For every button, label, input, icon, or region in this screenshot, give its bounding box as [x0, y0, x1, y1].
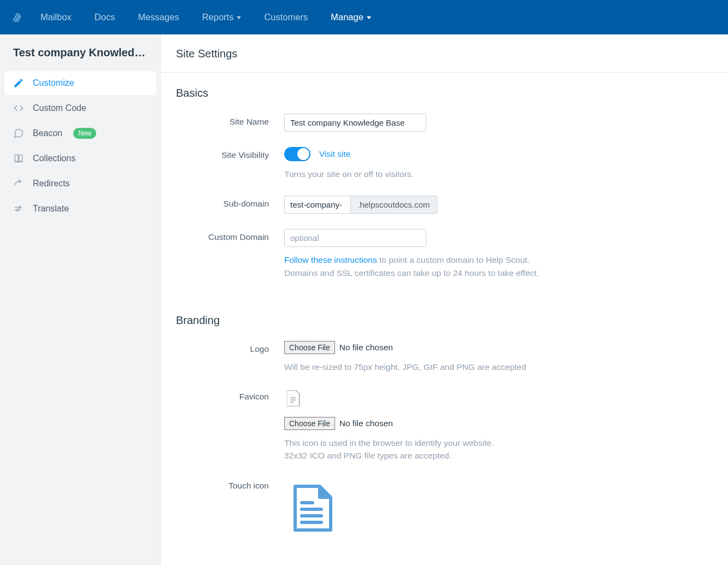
- nav-label: Mailbox: [40, 12, 72, 22]
- nav-messages[interactable]: Messages: [138, 12, 179, 22]
- visibility-label: Site Visibility: [176, 147, 284, 180]
- sidebar-item-beacon[interactable]: Beacon New: [4, 121, 156, 145]
- favicon-label: Favicon: [176, 389, 284, 462]
- favicon-file-status: No file chosen: [339, 419, 393, 428]
- favicon-help: This icon is used in the browser to iden…: [284, 437, 557, 462]
- logo-label: Logo: [176, 341, 284, 373]
- logo-help: Will be re-sized to 75px height. JPG, GI…: [284, 361, 557, 373]
- help-text-part: This icon is used in the browser to iden…: [284, 438, 494, 448]
- section-heading: Branding: [176, 314, 713, 327]
- subdomain-input[interactable]: [284, 196, 351, 214]
- content-area: Site Settings Basics Site Name Site Visi…: [160, 34, 728, 565]
- sidebar-item-label: Redirects: [33, 179, 70, 189]
- subdomain-label: Sub-domain: [176, 196, 284, 214]
- pencil-icon: [13, 78, 24, 89]
- sidebar-item-redirects[interactable]: Redirects: [4, 172, 156, 196]
- content-header: Site Settings: [161, 34, 728, 73]
- nav-customers[interactable]: Customers: [264, 12, 308, 22]
- code-icon: [13, 103, 24, 114]
- help-text-part: 32x32 ICO and PNG file types are accepte…: [284, 451, 451, 460]
- help-text-part: Domains and SSL certificates can take up…: [284, 268, 539, 278]
- nav-label: Customers: [264, 12, 308, 22]
- sidebar-item-translate[interactable]: Translate: [4, 197, 156, 221]
- book-icon: [13, 153, 24, 164]
- visibility-help: Turns your site on or off to visitors.: [284, 168, 557, 180]
- logo-file-status: No file chosen: [339, 343, 393, 352]
- translate-icon: [13, 203, 24, 214]
- nav-label: Docs: [95, 12, 115, 22]
- custom-domain-input[interactable]: [284, 229, 426, 247]
- instructions-link[interactable]: Follow these instructions: [284, 255, 377, 264]
- touch-icon-label: Touch icon: [176, 478, 284, 535]
- nav-label: Reports: [202, 12, 234, 22]
- custom-domain-label: Custom Domain: [176, 229, 284, 279]
- top-navigation: Mailbox Docs Messages Reports Customers …: [0, 0, 728, 34]
- sidebar-item-label: Customize: [33, 78, 74, 88]
- sidebar-item-label: Translate: [33, 204, 69, 214]
- favicon-placeholder-icon: [284, 389, 304, 408]
- sidebar: Test company Knowled… Customize Custom C…: [0, 34, 160, 565]
- helpscout-logo-icon[interactable]: [11, 11, 24, 24]
- sidebar-item-label: Beacon: [33, 128, 62, 138]
- site-name-label: Site Name: [176, 114, 284, 132]
- sidebar-title: Test company Knowled…: [0, 46, 160, 71]
- visibility-toggle[interactable]: [284, 147, 310, 161]
- page-title: Site Settings: [176, 48, 713, 60]
- custom-domain-help: Follow these instructions to point a cus…: [284, 254, 557, 279]
- nav-docs[interactable]: Docs: [95, 12, 115, 22]
- section-heading: Basics: [176, 87, 713, 99]
- site-name-input[interactable]: [284, 114, 426, 132]
- nav-manage[interactable]: Manage: [331, 12, 371, 22]
- subdomain-suffix: .helpscoutdocs.com: [351, 196, 437, 214]
- redirect-icon: [13, 178, 24, 189]
- sidebar-item-label: Custom Code: [33, 103, 86, 113]
- sidebar-item-collections[interactable]: Collections: [4, 146, 156, 170]
- nav-mailbox[interactable]: Mailbox: [40, 12, 72, 22]
- favicon-choose-file-button[interactable]: Choose File: [284, 417, 335, 430]
- chevron-down-icon: [367, 16, 371, 19]
- sidebar-item-custom-code[interactable]: Custom Code: [4, 96, 156, 120]
- sidebar-item-customize[interactable]: Customize: [4, 71, 156, 95]
- chat-icon: [13, 128, 24, 139]
- chevron-down-icon: [237, 16, 241, 19]
- visit-site-link[interactable]: Visit site: [319, 149, 350, 159]
- nav-label: Messages: [138, 12, 179, 22]
- help-text-part: to point a custom domain to Help Scout.: [377, 255, 530, 264]
- basics-section: Basics Site Name Site Visibility Visit s…: [161, 73, 728, 300]
- branding-section: Branding Logo Choose File No file chosen…: [161, 300, 728, 556]
- new-badge: New: [73, 128, 96, 139]
- sidebar-item-label: Collections: [33, 154, 75, 163]
- touch-icon-preview: [284, 481, 339, 535]
- nav-reports[interactable]: Reports: [202, 12, 242, 22]
- nav-label: Manage: [331, 12, 363, 22]
- logo-choose-file-button[interactable]: Choose File: [284, 341, 335, 354]
